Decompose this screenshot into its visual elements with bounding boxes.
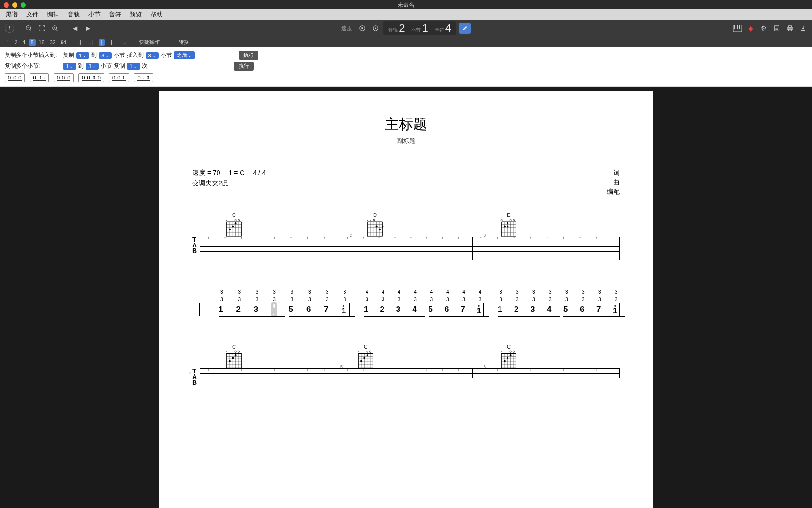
note[interactable]: 2: [380, 306, 384, 313]
bar-dot-2-icon[interactable]: |..: [120, 39, 129, 46]
chord-diagram[interactable]: E: [500, 212, 518, 238]
note[interactable]: 7: [324, 306, 328, 313]
subdiv-2[interactable]: 2: [13, 39, 19, 46]
note[interactable]: 4: [412, 306, 416, 313]
credit-music[interactable]: 曲: [613, 178, 620, 187]
note[interactable]: 4: [547, 306, 551, 313]
subdiv-4[interactable]: 4: [21, 39, 27, 46]
execute-insert-button[interactable]: 执行: [239, 51, 258, 60]
credit-lyrics[interactable]: 词: [613, 169, 620, 177]
note[interactable]: 7: [596, 306, 601, 313]
chord-diagram[interactable]: D ××: [366, 212, 384, 238]
menu-measure[interactable]: 小节: [88, 11, 101, 19]
subdiv-32[interactable]: 32: [48, 39, 57, 46]
note-pattern-5[interactable]: 0 0 0: [109, 73, 129, 82]
note[interactable]: •1: [613, 305, 617, 314]
note-pattern-6[interactable]: 0 · 0: [134, 73, 153, 82]
note[interactable]: 2: [236, 306, 240, 313]
info-icon[interactable]: i: [5, 24, 14, 33]
download-icon[interactable]: [799, 24, 807, 32]
score-subtitle[interactable]: 副标题: [192, 137, 620, 145]
repeat-times-select[interactable]: 1: [127, 63, 140, 70]
note[interactable]: 3: [531, 306, 535, 313]
subdiv-64[interactable]: 64: [59, 39, 68, 46]
print-icon[interactable]: [786, 24, 794, 32]
dotted-2-icon[interactable]: .|: [87, 39, 95, 46]
dotted-1-icon[interactable]: ..|: [75, 39, 84, 46]
next-icon[interactable]: ▶: [83, 23, 93, 33]
note[interactable]: 1: [364, 306, 368, 313]
note[interactable]: 5: [289, 306, 293, 313]
note[interactable]: 1: [219, 306, 223, 313]
stop-icon[interactable]: [357, 23, 367, 33]
note[interactable]: •1: [342, 305, 346, 314]
zoom-out-icon[interactable]: [23, 23, 34, 33]
menu-note[interactable]: 音符: [109, 11, 121, 19]
key-text[interactable]: 1 = C: [229, 169, 245, 177]
note[interactable]: 5: [429, 306, 433, 313]
piano-icon[interactable]: [733, 24, 742, 32]
note[interactable]: 7: [461, 306, 465, 313]
chord-diagram[interactable]: C ×: [225, 212, 243, 238]
capo-text[interactable]: 变调夹夹2品: [192, 179, 266, 188]
note-pattern-3[interactable]: 0 0 0: [54, 73, 74, 82]
note[interactable]: 3: [254, 306, 258, 313]
tempo-text[interactable]: 速度 = 70: [192, 169, 220, 177]
menu-track[interactable]: 音轨: [68, 11, 80, 19]
zoom-in-icon[interactable]: [50, 23, 60, 33]
metronome-icon[interactable]: ◆: [746, 24, 755, 32]
note[interactable]: 6: [445, 306, 449, 313]
menu-edit[interactable]: 编辑: [47, 11, 59, 19]
menu-preview[interactable]: 预览: [130, 11, 142, 19]
note-pattern-1[interactable]: 0 0 0: [5, 73, 25, 82]
repeat-to-select[interactable]: 3: [86, 63, 99, 70]
bar-icon[interactable]: |: [99, 39, 105, 46]
subdiv-16[interactable]: 16: [37, 39, 47, 46]
edit-mode-icon[interactable]: [459, 23, 471, 34]
execute-repeat-button[interactable]: 执行: [234, 62, 254, 71]
note-pattern-2[interactable]: 0 0 ·: [30, 73, 48, 82]
close-icon[interactable]: [4, 2, 9, 8]
note[interactable]: 5: [563, 306, 568, 313]
insert-position-select[interactable]: 之后: [174, 51, 195, 59]
score-title[interactable]: 主标题: [192, 115, 620, 134]
svg-point-128: [510, 354, 512, 356]
note[interactable]: 4: [271, 302, 277, 317]
transform-button[interactable]: 转换: [179, 39, 189, 46]
note[interactable]: 3: [396, 306, 400, 313]
timesig-text[interactable]: 4 / 4: [253, 169, 265, 177]
tab-system-2[interactable]: C × C × C × 4 5 6 TAB: [192, 342, 620, 397]
menu-file[interactable]: 文件: [26, 11, 39, 19]
chord-diagram[interactable]: C ×: [225, 344, 243, 369]
menu-app[interactable]: 黑谱: [6, 11, 18, 19]
menu-help[interactable]: 帮助: [150, 11, 163, 19]
note[interactable]: •1: [477, 305, 481, 314]
quick-action-button[interactable]: 快捷操作: [139, 39, 160, 46]
play-icon[interactable]: [370, 23, 381, 33]
copy-from-select[interactable]: 1: [76, 52, 89, 59]
subdiv-1[interactable]: 1: [5, 39, 11, 46]
note[interactable]: 6: [580, 306, 584, 313]
insert-at-select[interactable]: 3: [146, 52, 159, 59]
note[interactable]: 2: [514, 306, 518, 313]
copy-to-select[interactable]: 3: [99, 52, 112, 59]
maximize-icon[interactable]: [21, 2, 26, 8]
note[interactable]: 1: [498, 306, 502, 313]
credit-arrange[interactable]: 编配: [607, 188, 620, 196]
subdiv-8[interactable]: 8: [29, 39, 35, 46]
svg-text:×: ×: [501, 350, 502, 353]
fit-screen-icon[interactable]: [37, 23, 47, 33]
document-icon[interactable]: [773, 24, 781, 32]
note[interactable]: 6: [306, 306, 311, 313]
score-viewport[interactable]: 主标题 副标题 速度 = 70 1 = C 4 / 4 变调夹夹2品 词 曲 编…: [0, 87, 812, 508]
chord-diagram[interactable]: C ×: [357, 344, 375, 369]
bar-dot-1-icon[interactable]: |.: [109, 39, 116, 46]
minimize-icon[interactable]: [12, 2, 17, 8]
repeat-from-select[interactable]: 1: [63, 63, 76, 70]
chord-diagram[interactable]: C ×: [500, 344, 518, 369]
prev-icon[interactable]: ◀: [70, 23, 80, 33]
settings-icon[interactable]: ⚙: [759, 24, 768, 32]
note-pattern-4[interactable]: 0 0 0 0: [78, 73, 104, 82]
numeric-system-1[interactable]: 333333334444444433333333 333333333333333…: [192, 289, 620, 318]
tab-system-1[interactable]: C × D ×× E 2 3 TAB: [192, 210, 620, 270]
